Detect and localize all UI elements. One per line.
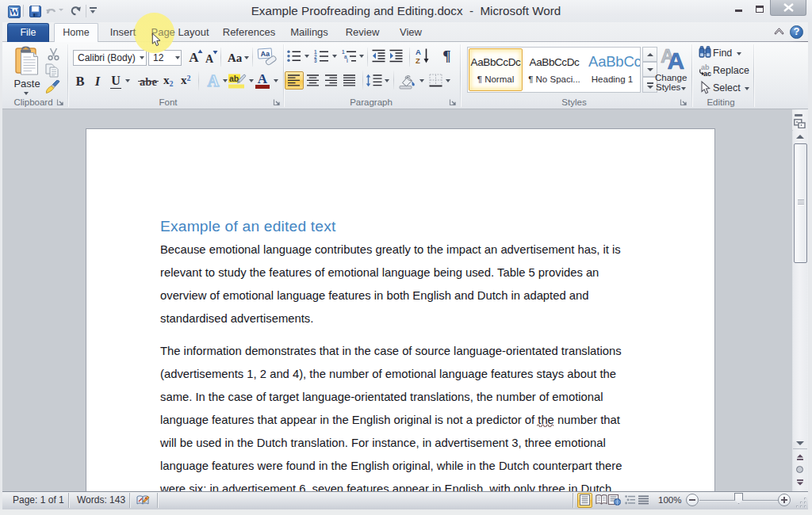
svg-text:ab: ab — [229, 74, 239, 83]
svg-text:A: A — [416, 48, 421, 56]
svg-text:3: 3 — [314, 58, 317, 63]
svg-text:Aa: Aa — [260, 50, 270, 59]
svg-text:ac: ac — [703, 70, 711, 77]
svg-text:i: i — [347, 58, 348, 63]
svg-text:Z: Z — [416, 56, 420, 65]
svg-text:A: A — [668, 48, 685, 70]
